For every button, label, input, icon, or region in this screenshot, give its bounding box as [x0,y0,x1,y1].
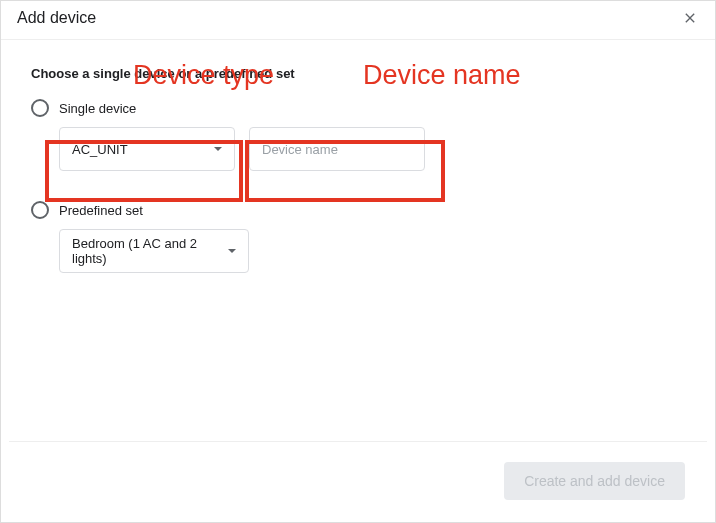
device-name-field[interactable] [249,127,425,171]
single-device-option: Single device [31,99,685,117]
single-device-label: Single device [59,101,136,116]
dialog-content: Choose a single device or a predefined s… [1,40,715,441]
predefined-set-label: Predefined set [59,203,143,218]
device-name-input[interactable] [262,142,412,157]
single-device-radio[interactable] [31,99,49,117]
single-device-fields: AC_UNIT [59,127,685,171]
add-device-dialog: Add device Choose a single device or a p… [0,0,716,523]
chevron-down-icon [228,249,236,253]
device-type-select[interactable]: AC_UNIT [59,127,235,171]
create-add-device-button[interactable]: Create and add device [504,462,685,500]
chevron-down-icon [214,147,222,151]
predefined-value: Bedroom (1 AC and 2 lights) [72,236,228,266]
instruction-text: Choose a single device or a predefined s… [31,66,685,81]
predefined-set-option: Predefined set [31,201,685,219]
dialog-title: Add device [17,9,96,27]
device-type-value: AC_UNIT [72,142,128,157]
predefined-set-radio[interactable] [31,201,49,219]
close-icon[interactable] [681,9,699,27]
dialog-header: Add device [1,1,715,40]
dialog-footer: Create and add device [9,441,707,522]
predefined-select[interactable]: Bedroom (1 AC and 2 lights) [59,229,249,273]
